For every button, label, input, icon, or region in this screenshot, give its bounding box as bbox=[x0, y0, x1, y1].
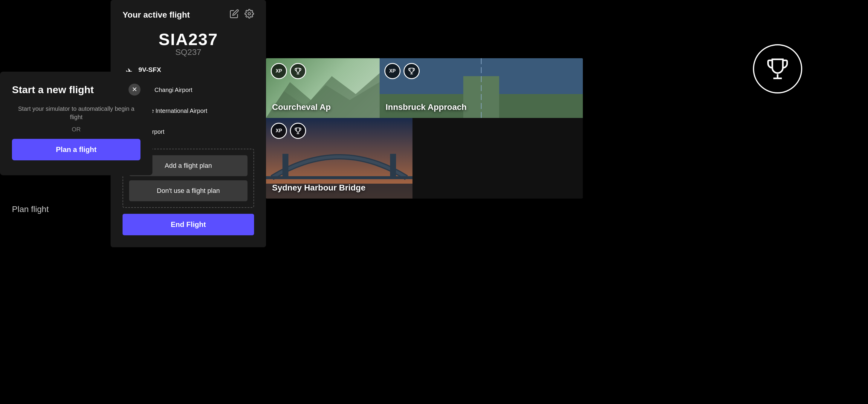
sydney-card[interactable]: XP Sydney Harbour Bridge bbox=[266, 118, 412, 199]
sydney-trophy-badge bbox=[290, 123, 306, 139]
innsbruck-badges: XP bbox=[384, 63, 420, 79]
courcheval-label: Courcheval Ap bbox=[272, 102, 331, 112]
trophy-icon-large bbox=[753, 44, 802, 94]
modal-description: Start your simulator to automatically be… bbox=[12, 104, 141, 121]
modal-header: Start a new flight ✕ bbox=[12, 83, 141, 96]
sydney-badges: XP bbox=[271, 123, 306, 139]
flight-sub-id: SQ237 bbox=[123, 47, 254, 57]
plan-a-flight-button[interactable]: Plan a flight bbox=[12, 139, 141, 160]
courcheval-trophy-badge bbox=[290, 63, 306, 79]
or-divider: OR bbox=[12, 126, 141, 133]
svg-point-0 bbox=[248, 12, 250, 15]
courcheval-xp-badge: XP bbox=[271, 63, 287, 79]
active-flight-header: Your active flight bbox=[123, 9, 254, 21]
courcheval-card[interactable]: XP Courcheval Ap bbox=[266, 58, 380, 118]
courcheval-badges: XP bbox=[271, 63, 306, 79]
active-flight-title: Your active flight bbox=[123, 10, 190, 20]
sydney-xp-badge: XP bbox=[271, 123, 287, 139]
flight-main-id: SIA237 bbox=[123, 30, 254, 49]
edit-icon[interactable] bbox=[229, 9, 239, 21]
svg-rect-10 bbox=[282, 154, 288, 178]
settings-icon[interactable] bbox=[245, 9, 254, 21]
start-new-flight-modal: Start a new flight ✕ Start your simulato… bbox=[0, 72, 152, 175]
empty-card-area bbox=[412, 118, 583, 199]
cards-top-row: XP Courcheval Ap bbox=[266, 58, 583, 118]
innsbruck-xp-badge: XP bbox=[384, 63, 401, 79]
flight-callsign: SIA237 SQ237 bbox=[123, 30, 254, 57]
activity-cards-area: XP Courcheval Ap bbox=[266, 58, 583, 199]
sydney-label: Sydney Harbour Bridge bbox=[272, 183, 366, 193]
svg-rect-11 bbox=[390, 154, 396, 178]
end-flight-button[interactable]: End Flight bbox=[123, 214, 254, 235]
modal-title: Start a new flight bbox=[12, 84, 94, 96]
close-modal-button[interactable]: ✕ bbox=[128, 83, 141, 96]
cards-bottom-row: XP Sydney Harbour Bridge bbox=[266, 118, 583, 199]
innsbruck-label: Innsbruck Approach bbox=[385, 102, 467, 112]
header-icons bbox=[229, 9, 254, 21]
innsbruck-trophy-badge bbox=[404, 63, 420, 79]
plan-flight-label[interactable]: Plan flight bbox=[12, 205, 49, 214]
innsbruck-card[interactable]: XP Innsbruck Approach bbox=[380, 58, 583, 118]
dont-use-flight-plan-button[interactable]: Don't use a flight plan bbox=[129, 180, 247, 201]
